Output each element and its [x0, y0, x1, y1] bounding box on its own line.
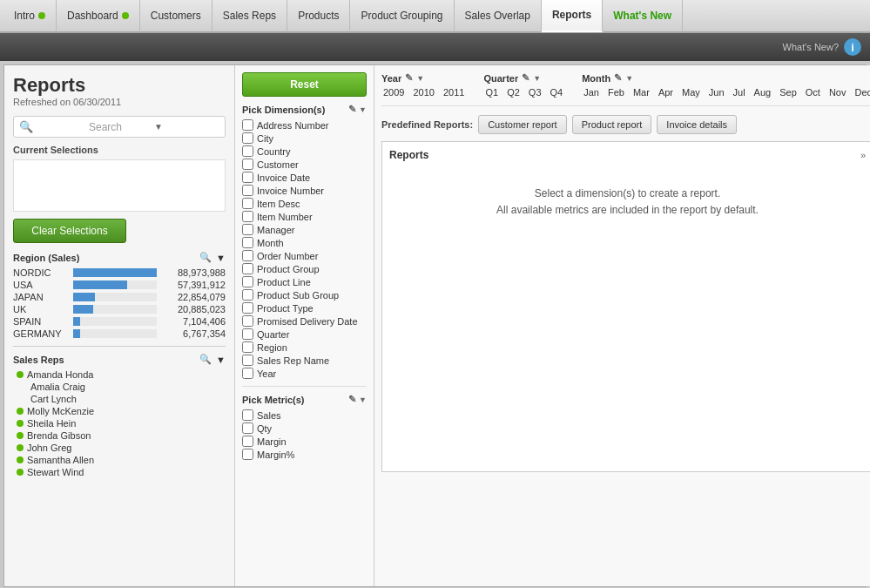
- dim-invoice-date[interactable]: Invoice Date: [242, 172, 367, 183]
- salesrep-cart-lynch[interactable]: Cart Lynch: [13, 394, 226, 404]
- region-bar-nordic: [73, 268, 157, 277]
- salesrep-dot: [17, 408, 24, 415]
- dim-item-desc[interactable]: Item Desc: [242, 198, 367, 209]
- metric-sales[interactable]: Sales: [242, 409, 367, 421]
- dim-region[interactable]: Region: [242, 341, 367, 353]
- metric-qty[interactable]: Qty: [242, 422, 367, 434]
- salesrep-amanda-honda[interactable]: Amanda Honda: [13, 369, 226, 380]
- reset-button[interactable]: Reset: [242, 72, 367, 97]
- region-row-usa: USA 57,391,912: [13, 280, 226, 290]
- salesreps-dropdown-icon[interactable]: ▼: [216, 355, 226, 365]
- tab-product-grouping[interactable]: Product Grouping: [350, 0, 454, 32]
- year-pencil-icon[interactable]: ✎: [405, 72, 413, 84]
- region-dropdown-icon[interactable]: ▼: [216, 253, 226, 263]
- salesrep-sheila-hein[interactable]: Sheila Hein: [13, 418, 226, 429]
- salesrep-stewart-wind[interactable]: Stewart Wind: [13, 467, 226, 477]
- dim-item-number[interactable]: Item Number: [242, 211, 367, 222]
- salesrep-brenda-gibson[interactable]: Brenda Gibson: [13, 430, 226, 441]
- dim-sales-rep-name[interactable]: Sales Rep Name: [242, 355, 367, 366]
- tab-sales-reps[interactable]: Sales Reps: [212, 0, 287, 32]
- year-caret-icon[interactable]: ▼: [416, 74, 424, 83]
- dim-country[interactable]: Country: [242, 145, 367, 157]
- month-apr[interactable]: Apr: [657, 86, 675, 98]
- year-2011[interactable]: 2011: [442, 86, 466, 98]
- month-group: Month ✎ ▼ Jan Feb Mar Apr May Jun Jul Au…: [582, 72, 870, 98]
- month-sep[interactable]: Sep: [778, 86, 799, 98]
- dim-order-number[interactable]: Order Number: [242, 250, 367, 261]
- region-bar-spain: [73, 317, 80, 326]
- month-jan[interactable]: Jan: [582, 86, 601, 98]
- year-2010[interactable]: 2010: [411, 86, 435, 98]
- region-bar-uk: [73, 305, 93, 314]
- region-search-icon[interactable]: 🔍: [199, 252, 212, 263]
- month-pencil-icon[interactable]: ✎: [614, 72, 622, 84]
- time-selectors: Year ✎ ▼ 2009 2010 2011 Quarter ✎ ▼ Q1: [381, 72, 870, 106]
- divider: [13, 346, 226, 347]
- search-container[interactable]: 🔍 Search ▼: [13, 116, 226, 138]
- dim-city[interactable]: City: [242, 132, 367, 144]
- dim-invoice-number[interactable]: Invoice Number: [242, 185, 367, 196]
- tab-intro[interactable]: Intro: [3, 0, 57, 32]
- salesrep-molly-mckenzie[interactable]: Molly McKenzie: [13, 406, 226, 416]
- month-caret-icon[interactable]: ▼: [625, 74, 633, 83]
- year-2009[interactable]: 2009: [381, 86, 406, 98]
- dim-product-sub-group[interactable]: Product Sub Group: [242, 289, 367, 301]
- search-icon: 🔍: [19, 120, 84, 133]
- tab-products[interactable]: Products: [287, 0, 350, 32]
- dim-month[interactable]: Month: [242, 237, 367, 248]
- product-report-button[interactable]: Product report: [572, 115, 652, 134]
- quarter-q3[interactable]: Q3: [527, 86, 543, 98]
- quarter-pencil-icon[interactable]: ✎: [522, 72, 529, 84]
- invoice-details-button[interactable]: Invoice details: [657, 115, 737, 134]
- tab-reports[interactable]: Reports: [542, 0, 603, 32]
- dim-quarter[interactable]: Quarter: [242, 328, 367, 340]
- month-label: Month ✎ ▼: [582, 72, 870, 84]
- month-dec[interactable]: Dec: [853, 86, 870, 98]
- month-jun[interactable]: Jun: [707, 86, 726, 98]
- dim-year[interactable]: Year: [242, 368, 367, 379]
- caret-down-icon[interactable]: ▼: [359, 105, 367, 114]
- region-row-germany: GERMANY 6,767,354: [13, 328, 226, 339]
- dim-address-number[interactable]: Address Number: [242, 119, 367, 131]
- dim-product-type[interactable]: Product Type: [242, 302, 367, 314]
- salesrep-samantha-allen[interactable]: Samantha Allen: [13, 455, 226, 465]
- metrics-pencil-icon[interactable]: ✎: [348, 394, 356, 405]
- expand-icon[interactable]: »: [860, 150, 866, 160]
- month-feb[interactable]: Feb: [606, 86, 626, 98]
- pencil-icon[interactable]: ✎: [348, 104, 356, 115]
- tab-sales-overlap[interactable]: Sales Overlap: [455, 0, 542, 32]
- metric-margin-pct[interactable]: Margin%: [242, 449, 367, 460]
- quarter-q1[interactable]: Q1: [483, 86, 500, 98]
- customer-report-button[interactable]: Customer report: [478, 115, 566, 134]
- dim-product-group[interactable]: Product Group: [242, 263, 367, 274]
- quarter-q2[interactable]: Q2: [505, 86, 522, 98]
- dimensions-list: Address Number City Country Customer Inv…: [242, 119, 367, 379]
- tab-dashboard[interactable]: Dashboard: [57, 0, 140, 32]
- month-mar[interactable]: Mar: [631, 86, 651, 98]
- tab-customers[interactable]: Customers: [140, 0, 212, 32]
- salesrep-dot: [17, 444, 24, 451]
- info-bar: What's New? i: [0, 33, 870, 61]
- month-nov[interactable]: Nov: [827, 86, 848, 98]
- month-aug[interactable]: Aug: [752, 86, 773, 98]
- clear-selections-button[interactable]: Clear Selections: [13, 219, 126, 243]
- metric-margin[interactable]: Margin: [242, 436, 367, 447]
- dim-manager[interactable]: Manager: [242, 224, 367, 235]
- month-oct[interactable]: Oct: [804, 86, 822, 98]
- month-may[interactable]: May: [680, 86, 702, 98]
- dim-promised-delivery-date[interactable]: Promised Delivery Date: [242, 315, 367, 327]
- dim-product-line[interactable]: Product Line: [242, 276, 367, 287]
- metrics-caret-icon[interactable]: ▼: [359, 395, 367, 404]
- info-icon[interactable]: i: [844, 38, 861, 56]
- month-jul[interactable]: Jul: [732, 86, 747, 98]
- quarter-group: Quarter ✎ ▼ Q1 Q2 Q3 Q4: [483, 72, 564, 98]
- predefined-reports-row: Predefined Reports: Customer report Prod…: [381, 115, 870, 134]
- quarter-caret-icon[interactable]: ▼: [533, 74, 541, 83]
- tab-whats-new[interactable]: What's New: [603, 0, 683, 32]
- tab-dashboard-label: Dashboard: [67, 10, 118, 22]
- salesrep-amalia-craig[interactable]: Amalia Craig: [13, 382, 226, 392]
- quarter-q4[interactable]: Q4: [549, 86, 565, 98]
- salesreps-search-icon[interactable]: 🔍: [199, 354, 212, 365]
- dim-customer[interactable]: Customer: [242, 159, 367, 170]
- salesrep-john-greg[interactable]: John Greg: [13, 443, 226, 453]
